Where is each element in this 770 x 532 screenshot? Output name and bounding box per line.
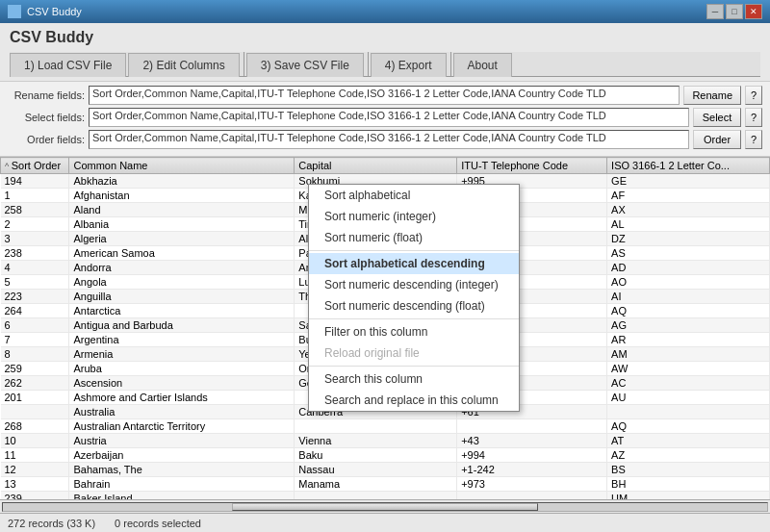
cell-common_name: Austria — [69, 434, 295, 448]
ctx-item-sort-num-float-desc[interactable]: Sort numeric descending (float) — [309, 295, 519, 317]
cell-iso: AM — [607, 347, 770, 362]
tab-export[interactable]: 4) Export — [371, 53, 447, 77]
cell-iso: AS — [607, 246, 770, 261]
cell-iso: AO — [607, 275, 770, 290]
close-button[interactable]: ✕ — [745, 4, 762, 19]
cell-common_name: Australian Antarctic Territory — [69, 419, 295, 434]
cell-iso — [607, 405, 770, 419]
rename-help-button[interactable]: ? — [745, 86, 762, 105]
cell-common_name: Afghanistan — [69, 189, 295, 203]
fields-area: Rename fields: Sort Order,Common Name,Ca… — [0, 82, 770, 157]
tab-save[interactable]: 3) Save CSV File — [246, 53, 364, 77]
cell-itu: +1-242 — [457, 463, 607, 477]
sort-indicator: ^ — [5, 162, 12, 171]
ctx-item-reload[interactable]: Reload original file — [309, 342, 519, 364]
col-header-sort-order[interactable]: ^ Sort Order — [1, 158, 69, 174]
tab-load[interactable]: 1) Load CSV File — [10, 53, 126, 77]
cell-common_name: Antigua and Barbuda — [69, 318, 295, 333]
ctx-item-sort-num-int[interactable]: Sort numeric (integer) — [309, 206, 519, 227]
tab-edit[interactable]: 2) Edit Columns — [128, 53, 239, 77]
cell-common_name: American Samoa — [69, 246, 295, 261]
cell-sort_order: 223 — [1, 290, 69, 304]
title-bar-controls[interactable]: ─ □ ✕ — [706, 4, 762, 19]
table-row[interactable]: 239Baker IslandUM — [1, 492, 770, 500]
cell-common_name: Armenia — [69, 347, 295, 362]
cell-sort_order — [1, 405, 69, 419]
minimize-button[interactable]: ─ — [706, 4, 724, 19]
cell-iso: AF — [607, 189, 770, 203]
cell-common_name: Andorra — [69, 261, 295, 275]
ctx-item-filter-col[interactable]: Filter on this column — [309, 321, 519, 342]
rename-input[interactable]: Sort Order,Common Name,Capital,ITU-T Tel… — [89, 86, 680, 105]
cell-iso: GE — [607, 174, 770, 189]
cell-common_name: Anguilla — [69, 290, 295, 304]
cell-common_name: Antarctica — [69, 304, 295, 318]
order-row: Order fields: Sort Order,Common Name,Cap… — [8, 130, 762, 149]
cell-sort_order: 239 — [1, 492, 69, 500]
table-header-row: ^ Sort Order Common Name Capital ITU-T T… — [1, 158, 770, 174]
table-row[interactable]: 268Australian Antarctic TerritoryAQ — [1, 419, 770, 434]
cell-common_name: Australia — [69, 405, 295, 419]
cell-iso: AX — [607, 203, 770, 217]
ctx-item-sort-alpha-desc[interactable]: Sort alphabetical descending — [309, 253, 519, 274]
cell-itu — [457, 492, 607, 500]
cell-common_name: Bahrain — [69, 477, 295, 492]
col-header-common-name[interactable]: Common Name — [69, 158, 295, 174]
rename-row: Rename fields: Sort Order,Common Name,Ca… — [8, 86, 762, 105]
table-row[interactable]: 10AustriaVienna+43AT — [1, 434, 770, 448]
cell-sort_order: 7 — [1, 333, 69, 347]
cell-iso: BH — [607, 477, 770, 492]
tab-about[interactable]: About — [453, 53, 512, 77]
cell-common_name: Aruba — [69, 362, 295, 376]
cell-sort_order: 13 — [1, 477, 69, 492]
cell-iso: AR — [607, 333, 770, 347]
cell-common_name: Albania — [69, 217, 295, 232]
col-header-iso[interactable]: ISO 3166-1 2 Letter Co... — [607, 158, 770, 174]
maximize-button[interactable]: □ — [726, 4, 743, 19]
scrollbar-thumb[interactable] — [232, 503, 538, 511]
ctx-item-search-replace-col[interactable]: Search and replace in this column — [309, 390, 519, 411]
tab-separator-2 — [368, 52, 369, 76]
nav-tabs: 1) Load CSV File 2) Edit Columns 3) Save… — [10, 52, 760, 77]
cell-sort_order: 238 — [1, 246, 69, 261]
cell-sort_order: 201 — [1, 391, 69, 405]
cell-iso: AL — [607, 217, 770, 232]
ctx-item-sort-alpha[interactable]: Sort alphabetical — [309, 185, 519, 206]
table-row[interactable]: 12Bahamas, TheNassau+1-242BS — [1, 463, 770, 477]
col-header-capital[interactable]: Capital — [295, 158, 457, 174]
col-header-itu[interactable]: ITU-T Telephone Code — [457, 158, 607, 174]
select-row: Select fields: Sort Order,Common Name,Ca… — [8, 108, 762, 127]
order-input[interactable]: Sort Order,Common Name,Capital,ITU-T Tel… — [89, 130, 689, 149]
cell-iso: AD — [607, 261, 770, 275]
order-button[interactable]: Order — [693, 130, 741, 149]
ctx-item-sort-num-float[interactable]: Sort numeric (float) — [309, 227, 519, 248]
context-menu: Sort alphabeticalSort numeric (integer)S… — [308, 184, 520, 412]
select-input[interactable]: Sort Order,Common Name,Capital,ITU-T Tel… — [89, 108, 689, 127]
table-row[interactable]: 13BahrainManama+973BH — [1, 477, 770, 492]
scrollbar-track[interactable] — [2, 502, 768, 512]
horizontal-scrollbar[interactable] — [0, 499, 770, 513]
select-help-button[interactable]: ? — [745, 108, 762, 127]
cell-iso: AT — [607, 434, 770, 448]
cell-iso: BS — [607, 463, 770, 477]
select-button[interactable]: Select — [693, 108, 741, 127]
app-icon — [8, 5, 21, 18]
order-label: Order fields: — [8, 134, 85, 145]
cell-common_name: Ascension — [69, 376, 295, 391]
table-row[interactable]: 11AzerbaijanBaku+994AZ — [1, 448, 770, 463]
ctx-item-sort-num-int-desc[interactable]: Sort numeric descending (integer) — [309, 274, 519, 295]
cell-iso: AW — [607, 362, 770, 376]
order-help-button[interactable]: ? — [745, 130, 762, 149]
cell-capital: Baku — [295, 448, 457, 463]
cell-sort_order: 4 — [1, 261, 69, 275]
cell-sort_order: 194 — [1, 174, 69, 189]
ctx-separator — [309, 366, 519, 367]
cell-common_name: Ashmore and Cartier Islands — [69, 391, 295, 405]
cell-sort_order: 6 — [1, 318, 69, 333]
main-window: CSV Buddy 1) Load CSV File 2) Edit Colum… — [0, 23, 770, 532]
ctx-item-search-col[interactable]: Search this column — [309, 368, 519, 390]
rename-button[interactable]: Rename — [683, 86, 741, 105]
cell-common_name: Azerbaijan — [69, 448, 295, 463]
records-count: 272 records (33 K) — [8, 518, 95, 529]
cell-common_name: Argentina — [69, 333, 295, 347]
